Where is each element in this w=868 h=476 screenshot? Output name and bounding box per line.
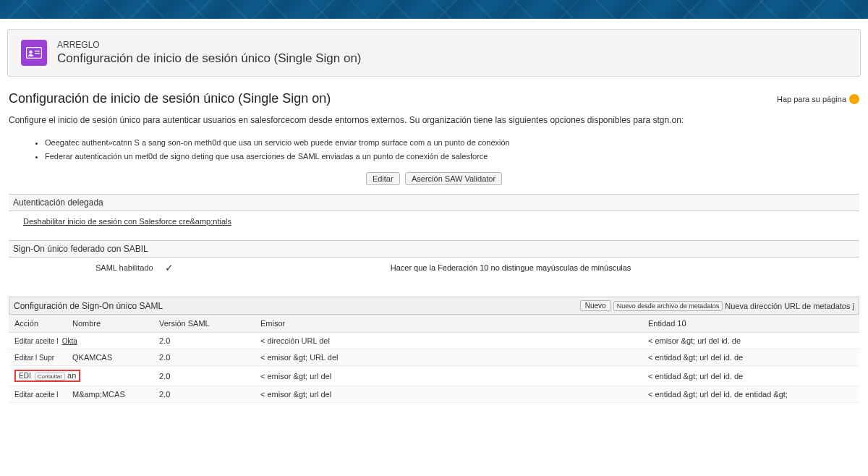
row-entity: < entidad &gt; url del id. de entidad &g… [642, 386, 859, 403]
federated-heading: Sign-On único federado con SABIL [9, 240, 859, 258]
bullet-item: Federar autenticación un met0d de signo … [45, 150, 859, 163]
federation-note: Hacer que la Federación 10 no distingue … [391, 263, 631, 272]
row-inline-button[interactable]: Consultar [35, 373, 65, 381]
bullet-item: Oeegatec authent»catnn S a sang son-on m… [45, 137, 859, 149]
page-header-card: ARREGLO Configuración de inicio de sesió… [7, 29, 861, 77]
top-decorative-band [0, 0, 868, 19]
breadcrumb: ARREGLO [57, 40, 362, 50]
saml-config-bar: Configuración de Sign-On único SAML Nuev… [9, 297, 859, 315]
svg-rect-3 [35, 53, 40, 54]
saml-validator-button[interactable]: Aserción SAW Validator [405, 172, 502, 185]
row-issuer: < dirección URL del [255, 333, 642, 349]
row-name[interactable]: M&amp;MCAS [67, 386, 153, 403]
intro-text: Configure el inicio de sesión único para… [9, 111, 859, 132]
page-title: Configuración de inicio de sesión único … [9, 91, 331, 106]
saml-enabled-label: SAML habilitado [95, 263, 153, 272]
row-highlight: EDI Consultar an [14, 370, 80, 382]
row-name-inline[interactable]: Okta [62, 337, 77, 345]
help-icon [849, 94, 859, 104]
saml-enabled-check-icon: ✓ [165, 262, 174, 273]
delegated-auth-heading: Autenticación delegada [9, 194, 859, 211]
row-action[interactable]: Editar l Supr [14, 354, 54, 362]
row-version: 2.0 [153, 333, 255, 349]
row-action[interactable]: Editar aceite l [14, 391, 59, 399]
col-entity: Entidad 10 [642, 315, 859, 333]
row-entity: < entidad &gt; url del id. de [642, 366, 859, 386]
col-issuer: Emisor [255, 315, 642, 333]
table-row: EDI Consultar an 2.0 < emisor &gt; url d… [9, 366, 859, 386]
disable-salesforce-login[interactable]: Deshabilitar inicio de sesión con Salesf… [23, 217, 231, 226]
row-version: 2.0 [153, 349, 255, 366]
col-action: Acción [9, 315, 67, 333]
row-action[interactable]: EDI [19, 372, 31, 380]
col-version: Versión SAML [153, 315, 255, 333]
edit-button[interactable]: Editar [366, 172, 400, 185]
help-label: Hap para su página [777, 95, 846, 103]
new-from-metadata-file-button[interactable]: Nuevo desde archivo de metadatos [613, 301, 723, 311]
svg-point-1 [29, 51, 32, 54]
row-issuer: < emisor &gt; url del [255, 386, 642, 403]
help-link[interactable]: Hap para su página [777, 94, 859, 104]
new-metadata-url-label[interactable]: Nueva dirección URL de metadatos j [725, 302, 854, 310]
col-name: Nombre [67, 315, 153, 333]
row-version: 2.0 [153, 386, 255, 403]
table-row: Editar aceite l Okta 2.0 < dirección URL… [9, 333, 859, 349]
row-name[interactable]: QKAMCAS [67, 349, 153, 366]
table-row: Editar l Supr QKAMCAS 2.0 < emisor &gt; … [9, 349, 859, 366]
page-header-title: Configuración de inicio de sesión único … [57, 51, 362, 66]
saml-config-heading: Configuración de Sign-On único SAML [14, 301, 163, 311]
row-entity: < emisor &gt; url del id. de [642, 333, 859, 349]
intro-bullets: Oeegatec authent»catnn S a sang son-on m… [45, 137, 859, 162]
row-issuer: < emisor &gt; URL del [255, 349, 642, 366]
id-card-icon [21, 40, 47, 66]
saml-config-table: Acción Nombre Versión SAML Emisor Entida… [9, 315, 859, 403]
table-row: Editar aceite l M&amp;MCAS 2.0 < emisor … [9, 386, 859, 403]
svg-rect-2 [35, 51, 40, 51]
row-version: 2.0 [153, 366, 255, 386]
row-name[interactable]: an [67, 371, 76, 380]
new-button[interactable]: Nuevo [580, 300, 611, 311]
row-entity: < entidad &gt; url del id. de [642, 349, 859, 366]
row-issuer: < emisor &gt; url del [255, 366, 642, 386]
row-action[interactable]: Editar aceite l [14, 337, 59, 345]
